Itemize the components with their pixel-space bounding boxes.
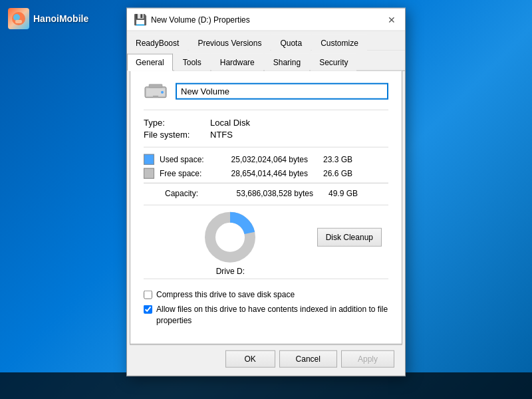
watermark: HanoiMobile	[8, 8, 88, 29]
title-bar: 💾 New Volume (D:) Properties ✕	[127, 9, 405, 31]
type-row: Type: Local Disk	[144, 118, 388, 128]
type-value: Local Disk	[210, 118, 250, 128]
used-space-label: Used space:	[160, 155, 219, 164]
svg-rect-2	[15, 20, 22, 23]
chart-row: Drive D: Disk Cleanup	[144, 205, 388, 279]
filesystem-value: NTFS	[210, 130, 233, 140]
tab-customize[interactable]: Customize	[312, 35, 367, 51]
used-space-color	[144, 154, 154, 165]
compress-checkbox-row: Compress this drive to save disk space	[144, 289, 388, 301]
capacity-label: Capacity:	[165, 189, 225, 198]
tab-readyboost[interactable]: ReadyBoost	[127, 35, 188, 51]
svg-rect-7	[153, 96, 158, 98]
ok-button[interactable]: OK	[225, 350, 275, 368]
index-label[interactable]: Allow files on this drive to have conten…	[156, 304, 388, 327]
free-space-color	[144, 168, 154, 179]
watermark-icon	[8, 8, 29, 29]
disk-cleanup-button[interactable]: Disk Cleanup	[317, 228, 382, 247]
capacity-gb: 49.9 GB	[321, 189, 358, 198]
type-label: Type:	[144, 118, 210, 128]
used-space-row: Used space: 25,032,024,064 bytes 23.3 GB	[144, 154, 388, 165]
drive-name-row	[144, 82, 388, 100]
svg-point-6	[161, 91, 164, 94]
drive-icon	[144, 82, 168, 100]
svg-rect-5	[149, 84, 162, 88]
dialog-title: New Volume (D:) Properties	[151, 15, 250, 24]
tab-previous-versions[interactable]: Previous Versions	[189, 35, 270, 51]
tab-security[interactable]: Security	[311, 54, 356, 71]
apply-button[interactable]: Apply	[341, 350, 394, 368]
tab-content: Type: Local Disk File system: NTFS Used …	[130, 71, 402, 344]
tabs-row-1: ReadyBoost Previous Versions Quota Custo…	[127, 31, 405, 51]
dialog-footer: OK Cancel Apply	[130, 344, 402, 373]
donut-chart	[203, 211, 257, 264]
free-space-row: Free space: 28,654,014,464 bytes 26.6 GB	[144, 168, 388, 179]
svg-point-10	[216, 223, 244, 251]
volume-name-input[interactable]	[176, 82, 388, 99]
cancel-button[interactable]: Cancel	[279, 350, 337, 368]
used-space-gb: 23.3 GB	[316, 155, 352, 164]
free-space-bytes: 28,654,014,464 bytes	[219, 169, 316, 178]
tab-tools[interactable]: Tools	[174, 54, 210, 71]
tabs-row-2: General Tools Hardware Sharing Security	[127, 51, 405, 71]
capacity-bytes: 53,686,038,528 bytes	[225, 189, 321, 198]
properties-dialog: 💾 New Volume (D:) Properties ✕ ReadyBoos…	[126, 8, 406, 376]
desktop: HanoiMobile 💾 New Volume (D:) Properties…	[0, 0, 532, 399]
drive-label: Drive D:	[216, 267, 245, 276]
drive-title-icon: 💾	[134, 13, 147, 26]
checkboxes-section: Compress this drive to save disk space A…	[144, 279, 388, 333]
used-space-bytes: 25,032,024,064 bytes	[219, 155, 316, 164]
capacity-row: Capacity: 53,686,038,528 bytes 49.9 GB	[144, 189, 388, 198]
tab-quota[interactable]: Quota	[271, 35, 311, 51]
free-space-gb: 26.6 GB	[316, 169, 352, 178]
tabs-container: ReadyBoost Previous Versions Quota Custo…	[127, 31, 405, 71]
free-space-label: Free space:	[160, 169, 219, 178]
index-checkbox-row: Allow files on this drive to have conten…	[144, 304, 388, 327]
index-checkbox[interactable]	[144, 305, 152, 314]
space-divider	[144, 183, 388, 184]
filesystem-row: File system: NTFS	[144, 130, 388, 140]
tab-sharing[interactable]: Sharing	[265, 54, 309, 71]
tab-general[interactable]: General	[127, 54, 173, 71]
close-button[interactable]: ✕	[385, 13, 398, 26]
compress-label[interactable]: Compress this drive to save disk space	[156, 289, 295, 301]
compress-checkbox[interactable]	[144, 291, 152, 299]
tab-hardware[interactable]: Hardware	[211, 54, 263, 71]
donut-chart-wrapper: Drive D:	[144, 211, 317, 276]
watermark-text: HanoiMobile	[33, 13, 88, 24]
svg-point-1	[13, 14, 20, 21]
filesystem-label: File system:	[144, 130, 210, 140]
space-section: Used space: 25,032,024,064 bytes 23.3 GB…	[144, 154, 388, 198]
title-bar-left: 💾 New Volume (D:) Properties	[134, 13, 250, 26]
info-section: Type: Local Disk File system: NTFS	[144, 110, 388, 148]
